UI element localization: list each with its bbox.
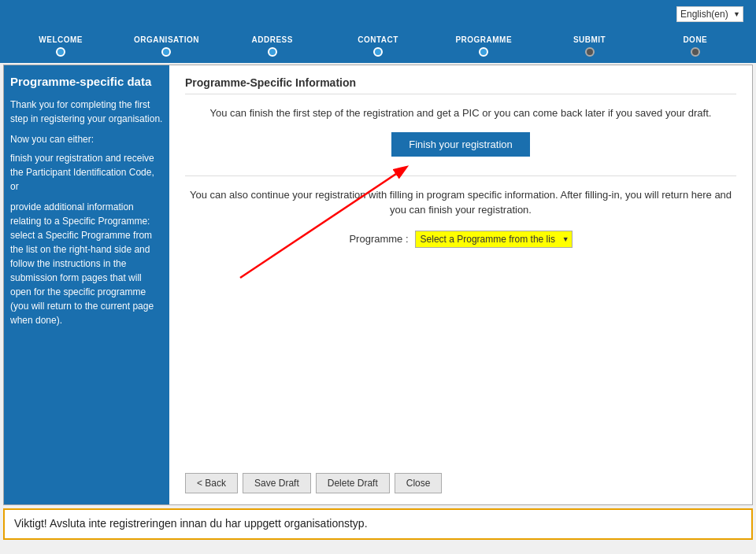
main-area: Programme-specific data Thank you for co… [3,65,753,505]
step-address[interactable]: ADDRESS [220,35,325,57]
step-contact-dot [373,47,383,57]
step-address-dot [268,47,277,57]
step-welcome-dot [56,47,65,57]
programme-row: Programme : Select a Programme from the … [185,231,736,248]
step-submit-label: SUBMIT [573,35,606,44]
step-contact-label: CONTACT [358,35,398,44]
finish-registration-button[interactable]: Finish your registration [391,132,530,157]
step-organisation[interactable]: ORGANISATION [113,35,219,57]
step-done-label: DONE [683,35,707,44]
step-submit-dot [585,47,595,57]
sidebar-text1: Thank you for completing the first step … [10,98,163,126]
programme-label: Programme : [349,233,408,245]
step-organisation-dot [161,47,171,57]
section-divider [185,175,736,176]
step-programme-dot [479,47,488,57]
language-select[interactable]: English(en) [676,6,743,22]
step-programme-label: PROGRAMME [455,35,512,44]
step-welcome[interactable]: WELCOME [8,35,113,57]
section2-text: You can also continue your registration … [185,187,736,218]
bottom-buttons: < Back Save Draft Delete Draft Close [185,473,442,493]
step-welcome-label: WELCOME [39,35,83,44]
save-draft-button[interactable]: Save Draft [243,473,311,493]
steps-navigation: WELCOME ORGANISATION ADDRESS CONTACT PRO… [0,28,756,63]
svg-line-0 [240,168,406,278]
content-title: Programme-Specific Information [185,76,736,94]
step-organisation-label: ORGANISATION [134,35,199,44]
back-button[interactable]: < Back [185,473,238,493]
programme-select-wrapper[interactable]: Select a Programme from the lis [415,231,573,248]
sidebar-text2: Now you can either: [10,132,163,146]
delete-draft-button[interactable]: Delete Draft [316,473,390,493]
content-area: Programme-Specific Information You can f… [169,65,752,504]
step-contact[interactable]: CONTACT [325,35,431,57]
step-submit[interactable]: SUBMIT [536,35,642,57]
sidebar-text3: finish your registration and receive the… [10,151,163,194]
step-address-label: ADDRESS [252,35,293,44]
step-done-dot [691,47,700,57]
language-selector-wrapper[interactable]: English(en) [676,6,743,22]
close-button[interactable]: Close [395,473,443,493]
step-programme[interactable]: PROGRAMME [431,35,536,57]
annotation-text: Viktigt! Avsluta inte registreringen inn… [14,517,368,530]
programme-select[interactable]: Select a Programme from the lis [415,231,573,248]
top-bar: English(en) [0,0,756,28]
section1-text: You can finish the first step of the reg… [185,105,736,121]
sidebar: Programme-specific data Thank you for co… [4,65,169,504]
sidebar-text4: provide additional information relating … [10,200,163,327]
annotation-box: Viktigt! Avsluta inte registreringen inn… [3,508,753,540]
step-done[interactable]: DONE [643,35,748,57]
sidebar-title: Programme-specific data [10,73,163,91]
